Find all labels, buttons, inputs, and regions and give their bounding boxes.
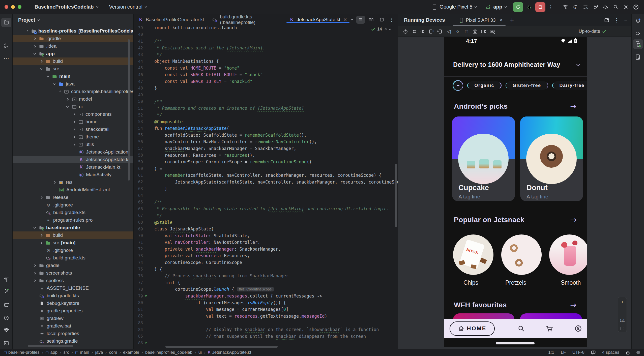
minimize-panel-icon[interactable]: −	[624, 17, 627, 23]
add-device-icon[interactable]: +	[510, 16, 514, 24]
popular-item-pretzels[interactable]	[501, 234, 542, 275]
breadcrumb-main[interactable]: main	[75, 350, 89, 355]
editor-hscrollbar[interactable]	[165, 346, 278, 348]
popular-item-chips[interactable]: NITOS	[453, 234, 493, 275]
volume-up-icon[interactable]	[411, 29, 417, 34]
code-line-69[interactable]: 69class JetsnackAppState(	[134, 226, 398, 232]
snack-card-donut[interactable]: Donut A tag line	[520, 116, 583, 201]
gradle-sync-icon[interactable]	[601, 2, 611, 12]
code-line-40[interactable]: 40	[134, 31, 398, 38]
screenshot-icon[interactable]	[473, 29, 478, 34]
tree-item-theme[interactable]: theme	[13, 133, 133, 141]
build-tool-icon[interactable]	[1, 275, 11, 284]
tree-item-gradle-properties[interactable]: gradle.properties	[13, 307, 133, 315]
chip-dairy-free[interactable]: Dairy-free	[552, 82, 587, 89]
tree-chevron-icon[interactable]	[34, 37, 36, 40]
code-line-39[interactable]: 39import kotlinx.coroutines.launch	[134, 24, 398, 31]
tree-chevron-icon[interactable]	[73, 121, 75, 123]
zoom-out-button[interactable]: −	[621, 309, 624, 315]
debug-button[interactable]	[524, 2, 534, 12]
tree-item-components[interactable]: components	[13, 110, 133, 118]
code-line-48[interactable]: 48}	[134, 85, 398, 92]
tree-item--gitignore[interactable]: ⊘.gitignore	[13, 247, 133, 254]
code-line-75[interactable]: 75) {	[134, 266, 398, 273]
arrow-right-icon[interactable]: →	[570, 102, 576, 111]
tree-item-androidmanifest-xml[interactable]: MAndroidManifest.xml	[13, 186, 133, 194]
editor-tab-baselineprofilegenerator-kt[interactable]: KBaselineProfileGenerator.kt	[134, 17, 208, 22]
app-quality-insights-icon[interactable]	[1, 325, 11, 335]
popular-item-smoothie[interactable]	[549, 234, 587, 275]
settings-gear-icon[interactable]	[621, 2, 631, 12]
breadcrumb-ui[interactable]: ui	[198, 350, 202, 355]
commit-tool-icon[interactable]	[1, 41, 11, 50]
search-everywhere-icon[interactable]	[611, 2, 621, 12]
macos-zoom-icon[interactable]	[18, 5, 21, 9]
code-line-83[interactable]: 83	[134, 319, 398, 326]
device-selector[interactable]: Google Pixel 5	[432, 4, 477, 10]
tree-chevron-icon[interactable]	[66, 105, 69, 108]
tree-item-gradlew[interactable]: gradlew	[13, 315, 133, 322]
close-tab-icon[interactable]: ✕	[343, 17, 347, 22]
tree-chevron-icon[interactable]	[34, 52, 36, 55]
tree-chevron-icon[interactable]	[53, 82, 56, 85]
volume-down-icon[interactable]	[420, 29, 425, 34]
run-config-selector[interactable]: app	[485, 4, 507, 10]
tree-item-build-gradle-kts[interactable]: Kbuild.gradle.kts	[13, 254, 133, 262]
tree-item-screenshots[interactable]: screenshots	[13, 269, 133, 277]
code-area[interactable]: 39import kotlinx.coroutines.launch4041/*…	[134, 24, 398, 344]
tree-item-app[interactable]: app	[13, 50, 133, 57]
problems-tool-icon[interactable]	[1, 313, 11, 323]
more-actions-kebab-icon[interactable]: ⋮	[548, 4, 554, 10]
tree-chevron-icon[interactable]	[40, 234, 43, 236]
code-line-68[interactable]: 68@Stable	[134, 219, 398, 226]
tree-chevron-icon[interactable]	[34, 226, 36, 229]
code-line-80[interactable]: 80 if (currentMessages.isNotEmpty()) {	[134, 299, 398, 306]
code-line-84[interactable]: 84 // Display the snackbar on the screen…	[134, 326, 398, 333]
nav-profile-icon[interactable]	[574, 325, 582, 332]
code-line-45[interactable]: 45 const val HOME_ROUTE = "home"	[134, 65, 398, 72]
nav-cart-icon[interactable]	[546, 325, 554, 332]
breadcrumb-java[interactable]: java	[95, 350, 103, 355]
inspection-widget[interactable]: 14	[370, 26, 392, 32]
tree-chevron-icon[interactable]	[66, 98, 69, 100]
record-icon[interactable]	[481, 29, 486, 34]
code-line-60[interactable]: 60) =	[134, 165, 398, 172]
tree-item-assets-license[interactable]: ≡ASSETS_LICENSE	[13, 284, 133, 292]
nav-home-button[interactable]: HOME	[450, 321, 495, 336]
encoding[interactable]: UTF-8	[572, 350, 584, 355]
code-line-86[interactable]: 86⇄	[134, 340, 398, 344]
line-ending[interactable]: LF	[561, 350, 566, 355]
stop-button[interactable]	[535, 2, 545, 12]
tree-item-main[interactable]: main	[13, 73, 133, 80]
tree-item-jetsnackmain-kt[interactable]: KJetsnackMain.kt	[13, 163, 133, 171]
breadcrumb-baselineprofiles-codelab[interactable]: baselineprofiles_codelab	[145, 350, 192, 355]
tree-item-build-gradle-kts[interactable]: Kbuild.gradle.kts	[13, 209, 133, 216]
build-icon[interactable]	[560, 2, 570, 12]
tree-item-build[interactable]: build	[13, 57, 133, 65]
tree-item--idea[interactable]: .idea	[13, 42, 133, 50]
tree-item-com-example-baselineprofiles-codel[interactable]: com.example.baselineprofiles_codel	[13, 88, 133, 95]
home-icon[interactable]: ○	[455, 29, 460, 34]
code-line-78[interactable]: 78 coroutineScope.launch { this: Corouti…	[134, 286, 398, 293]
next-problem-icon[interactable]	[389, 28, 391, 30]
tree-chevron-icon[interactable]	[60, 90, 61, 92]
tree-item-proguard-rules-pro[interactable]: ≡proguard-rules.pro	[13, 216, 133, 224]
tree-item-jetsnackappstate-kt[interactable]: KJetsnackAppState.kt	[13, 156, 133, 163]
tree-item-debug-keystore[interactable]: debug.keystore	[13, 300, 133, 307]
code-line-42[interactable]: 42 * Destinations used in the [JetsnackM…	[134, 45, 398, 51]
tree-item-release[interactable]: release	[13, 194, 133, 201]
profile-avatar-icon[interactable]	[631, 2, 641, 12]
rotate-left-icon[interactable]	[428, 29, 434, 34]
tree-chevron-icon[interactable]	[47, 75, 49, 77]
tree-item--gradle[interactable]: .gradle	[13, 35, 133, 42]
emulator-screen[interactable]: 4:17 Delivery to 1600 Amphitheater Way O…	[444, 37, 587, 347]
profiler-tool-icon[interactable]	[1, 300, 11, 310]
running-devices-tool-icon[interactable]	[633, 39, 643, 49]
code-line-59[interactable]: 59 coroutineScope: CoroutineScope = reme…	[134, 159, 398, 165]
code-line-73[interactable]: 73 private val resources: Resources,	[134, 252, 398, 259]
editor-kebab-icon[interactable]: ⋮	[389, 17, 394, 23]
code-line-43[interactable]: 43 */	[134, 51, 398, 58]
tree-chevron-icon[interactable]	[73, 113, 75, 115]
code-line-64[interactable]: 64	[134, 192, 398, 199]
code-line-49[interactable]: 49	[134, 92, 398, 98]
